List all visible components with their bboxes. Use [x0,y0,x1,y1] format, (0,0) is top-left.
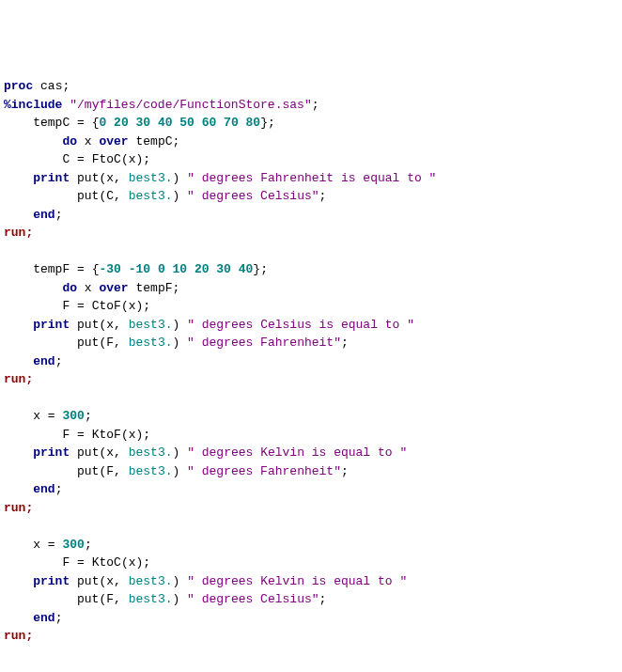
format-best3: best3. [129,336,173,350]
var-x: x [33,409,40,423]
fn-put: put [77,336,99,350]
keyword-run: run [4,629,25,643]
arg-x: x [106,318,114,332]
string-literal: " degrees Celsius" [187,189,319,203]
code-block: proc cas; %include "/myfiles/code/Functi… [4,77,618,646]
value-300: 300 [62,409,84,423]
fn-put: put [77,445,99,460]
arg-x: x [129,299,136,313]
format-best3: best3. [129,592,173,606]
keyword-end: end [33,354,54,368]
fn-KtoF: KtoF [92,428,121,442]
arg-F: F [106,336,114,350]
var-C: C [62,152,70,166]
var-F: F [62,555,70,570]
keyword-end: end [33,611,54,625]
fn-put: put [77,464,99,478]
tempC-values: 0 20 30 40 50 60 70 80 [99,116,260,130]
arg-F: F [106,464,114,478]
op-eq: = [77,116,85,130]
fn-KtoC: KtoC [92,555,121,570]
keyword-run: run [4,501,25,515]
string-literal: " degrees Kelvin is equal to " [187,574,407,588]
string-literal: " degrees Celsius is equal to " [187,318,414,332]
arg-x: x [106,171,114,185]
iter-target: tempC [136,134,173,148]
op-eq: = [77,262,85,276]
format-best3: best3. [129,189,173,203]
op-eq: = [77,428,85,442]
keyword-print: print [33,171,70,185]
keyword-print: print [33,445,70,460]
arg-x: x [129,428,136,442]
arg-x: x [129,555,136,570]
format-best3: best3. [129,574,173,588]
keyword-end: end [33,208,54,222]
op-eq: = [77,299,85,313]
var-F: F [62,299,70,313]
keyword-print: print [33,318,70,332]
fn-put: put [77,574,99,588]
fn-put: put [77,189,99,203]
string-literal: " degrees Fahrenheit" [187,464,341,478]
loop-var: x [85,134,92,148]
keyword-proc: proc [4,79,33,93]
keyword-do: do [62,281,77,295]
fn-put: put [77,318,99,332]
arg-x: x [106,574,114,588]
var-tempC: tempC [33,116,70,130]
keyword-over: over [99,281,128,295]
keyword-print: print [33,574,70,588]
op-eq: = [77,152,85,166]
value-300: 300 [62,538,84,552]
format-best3: best3. [129,171,173,185]
fn-put: put [77,592,99,606]
op-eq: = [77,555,85,570]
string-literal: " degrees Fahrenheit is equal to " [187,171,436,185]
op-eq: = [48,409,55,423]
keyword-run: run [4,226,25,240]
format-best3: best3. [129,445,173,460]
arg-C: C [106,189,114,203]
macro-include: %include [4,98,62,112]
format-best3: best3. [129,464,173,478]
keyword-do: do [62,134,77,148]
keyword-run: run [4,372,25,386]
keyword-over: over [99,134,128,148]
loop-var: x [85,281,92,295]
arg-x: x [106,445,114,460]
var-F: F [62,428,70,442]
string-literal: " degrees Kelvin is equal to " [187,445,407,460]
op-eq: = [48,538,55,552]
format-best3: best3. [129,318,173,332]
proc-name: cas [40,79,62,93]
arg-F: F [106,592,114,606]
keyword-end: end [33,482,54,496]
fn-CtoF: CtoF [92,299,121,313]
iter-target: tempF [136,281,173,295]
string-literal: " degrees Celsius" [187,592,319,606]
var-x: x [33,538,40,552]
var-tempF: tempF [33,262,70,276]
string-literal: " degrees Fahrenheit" [187,336,341,350]
fn-FtoC: FtoC [92,152,121,166]
arg-x: x [129,152,136,166]
fn-put: put [77,171,99,185]
include-path: "/myfiles/code/FunctionStore.sas" [70,98,311,112]
tempF-values: -30 -10 0 10 20 30 40 [99,262,253,276]
